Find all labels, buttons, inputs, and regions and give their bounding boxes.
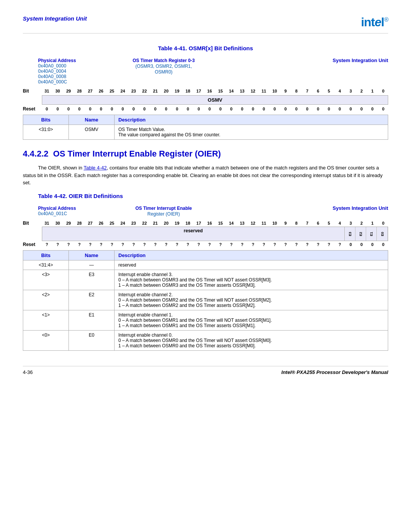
osmv-register: OSMV <box>42 95 388 105</box>
table41-reset-row: Reset 00000000000000000000000000000000 <box>23 106 388 112</box>
table-row: <31:0> OSMV OS Timer Match Value.The val… <box>23 125 388 140</box>
footer-page-num: 4-36 <box>23 369 33 375</box>
reserved-cell: reserved <box>42 227 345 241</box>
intel-logo: intel® <box>361 15 388 29</box>
desc-cell: Interrupt enable channel 2.0 – A match b… <box>115 290 388 310</box>
name-cell: — <box>69 260 115 270</box>
name-cell: E3 <box>69 270 115 290</box>
reg-label: OS Timer Match Register 0-3 <box>132 58 194 63</box>
table-row: <31:4> — reserved <box>23 260 388 270</box>
table42-address-info: Physical Address 0x40A0_001C OS Timer In… <box>38 205 388 217</box>
ei-cells-container: E3E2E1E0 <box>345 227 388 241</box>
header-title: System Integration Unit <box>23 15 87 22</box>
desc-cell: reserved <box>115 260 388 270</box>
unit-label: System Integration Unit <box>333 58 388 63</box>
table42-def: Bits Name Description <31:4> — reserved … <box>23 250 388 351</box>
ei-cell: E3 <box>345 227 355 241</box>
desc-cell: OS Timer Match Value.The value compared … <box>115 125 388 140</box>
page: System Integration Unit intel® Table 4-4… <box>0 0 411 532</box>
bit-numbers-42: 3130292827262524232221201918171615141312… <box>42 221 388 225</box>
th-desc: Description <box>115 115 388 125</box>
addr-val-0: 0x40A0_0000 <box>38 63 114 69</box>
bit-label-42: Bit <box>23 220 42 226</box>
addr-val-42: 0x40A0_001C <box>38 211 114 216</box>
addr-val-3: 0x40A0_000C <box>38 79 114 85</box>
physical-address-label-42: Physical Address <box>38 206 76 211</box>
bits-cell: <0> <box>23 330 69 350</box>
table42-title: Table 4-42. OIER Bit Definitions <box>38 193 388 199</box>
page-header: System Integration Unit intel® <box>23 15 388 34</box>
section442-title: 4.4.2.2 OS Timer Interrupt Enable Regist… <box>23 149 388 159</box>
name-cell: E2 <box>69 290 115 310</box>
unit-label-42: System Integration Unit <box>333 205 388 211</box>
desc-cell: Interrupt enable channel 0.0 – A match b… <box>115 330 388 350</box>
reg-sub-42: Register (OIER) <box>147 211 180 217</box>
table-row: <1> E1 Interrupt enable channel 1.0 – A … <box>23 310 388 330</box>
table-row: <3> E3 Interrupt enable channel 3.0 – A … <box>23 270 388 290</box>
th-bits-42: Bits <box>23 250 69 260</box>
ei-cell: E2 <box>355 227 366 241</box>
table41-register-visual: OSMV <box>23 95 388 105</box>
name-cell: E1 <box>69 310 115 330</box>
reset-values-42: ????????????????????????????0000 <box>42 242 388 247</box>
bits-cell: <2> <box>23 290 69 310</box>
desc-cell: Interrupt enable channel 3.0 – A match b… <box>115 270 388 290</box>
table41-address-info: Physical Address 0x40A0_0000 0x40A0_0004… <box>38 58 388 85</box>
page-footer: 4-36 Intel® PXA255 Processor Developer's… <box>23 366 388 375</box>
reg-sub2: OSMR0) <box>155 69 173 75</box>
bits-cell: <31:0> <box>23 125 69 140</box>
section442-wrapper: 4.4.2.2 OS Timer Interrupt Enable Regist… <box>23 149 388 351</box>
reg-col-42: OS Timer Interrupt Enable Register (OIER… <box>114 205 213 217</box>
body-text: The OIER, shown in Table 4-42, contains … <box>23 164 388 187</box>
table-row: <2> E2 Interrupt enable channel 2.0 – A … <box>23 290 388 310</box>
unit-col: System Integration Unit <box>213 58 388 63</box>
reg-col: OS Timer Match Register 0-3 (OSMR3, OSMR… <box>114 58 213 75</box>
addr-col-42: Physical Address 0x40A0_001C <box>38 205 114 216</box>
reg-sub: (OSMR3, OSMR2, OSMR1, <box>135 64 192 69</box>
th-name: Name <box>69 115 115 125</box>
table41-def: Bits Name Description <31:0> OSMV OS Tim… <box>23 115 388 140</box>
table42-bit-header: Bit 313029282726252423222120191817161514… <box>23 220 388 226</box>
table41-bit-header: Bit 313029282726252423222120191817161514… <box>23 88 388 94</box>
ei-cell: E1 <box>366 227 377 241</box>
ei-cell: E0 <box>377 227 388 241</box>
th-desc-42: Description <box>115 250 388 260</box>
reset-values-41: 00000000000000000000000000000000 <box>42 107 388 111</box>
full-reg-row-42: reserved E3E2E1E0 <box>42 227 388 241</box>
bits-cell: <1> <box>23 310 69 330</box>
bits-cell: <3> <box>23 270 69 290</box>
table41-section: Table 4-41. OSMR[x] Bit Definitions Phys… <box>23 45 388 140</box>
bit-label: Bit <box>23 88 42 94</box>
table42-link[interactable]: Table 4-42 <box>84 165 107 171</box>
table41-title: Table 4-41. OSMR[x] Bit Definitions <box>23 45 388 51</box>
reset-label: Reset <box>23 106 42 112</box>
addr-val-1: 0x40A0_0004 <box>38 69 114 74</box>
addr-val-2: 0x40A0_0008 <box>38 74 114 79</box>
physical-address-label: Physical Address <box>38 58 76 63</box>
name-cell: E0 <box>69 330 115 350</box>
table42-reset-row: Reset ????????????????????????????0000 <box>23 242 388 247</box>
table42-register-visual: reserved E3E2E1E0 <box>42 227 388 241</box>
bits-cell: <31:4> <box>23 260 69 270</box>
unit-col-42: System Integration Unit <box>213 205 388 211</box>
th-name-42: Name <box>69 250 115 260</box>
th-bits: Bits <box>23 115 69 125</box>
bit-numbers: 3130292827262524232221201918171615141312… <box>42 89 388 93</box>
footer-manual-title: Intel® PXA255 Processor Developer's Manu… <box>281 369 388 375</box>
name-cell: OSMV <box>69 125 115 140</box>
table-row: <0> E0 Interrupt enable channel 0.0 – A … <box>23 330 388 350</box>
reg-label-42: OS Timer Interrupt Enable <box>135 206 192 211</box>
addr-col: Physical Address 0x40A0_0000 0x40A0_0004… <box>38 58 114 85</box>
desc-cell: Interrupt enable channel 1.0 – A match b… <box>115 310 388 330</box>
reset-label-42: Reset <box>23 242 42 247</box>
